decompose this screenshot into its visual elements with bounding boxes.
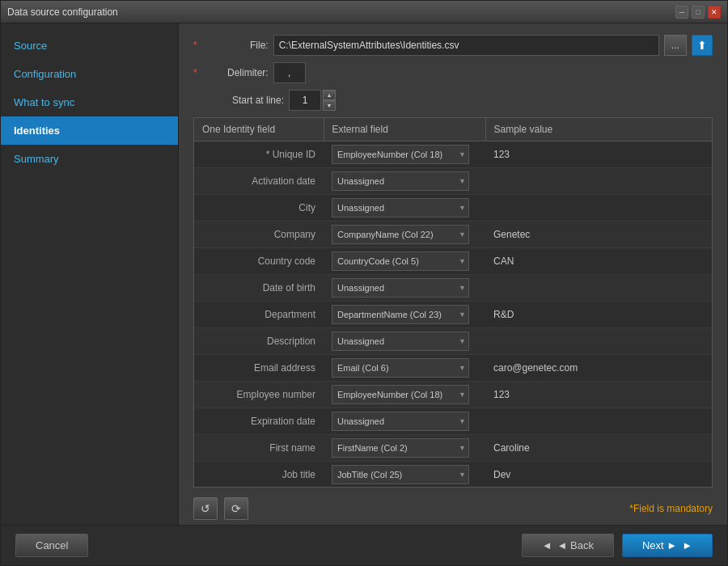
footer-right: ◄ ◄ Back Next ► ► (522, 534, 713, 557)
table-row: Country codeCountryCode (Col 5)▼CAN (194, 248, 712, 275)
spinner-up-button[interactable]: ▲ (323, 90, 336, 100)
file-input[interactable] (273, 35, 659, 56)
table-row: DepartmentDepartmentName (Col 23)▼R&D (194, 302, 712, 328)
delimiter-row: * Delimiter: (193, 62, 713, 83)
col-external: External field (324, 118, 485, 142)
bottom-bar: ↺ ⟳ *Field is mandatory (193, 492, 713, 525)
sample-value-cell (485, 275, 712, 302)
field-name-cell: Job title (194, 462, 324, 488)
refresh-button[interactable]: ⟳ (224, 497, 248, 520)
refresh-icon: ⟳ (231, 502, 241, 515)
sidebar-item-configuration[interactable]: Configuration (1, 60, 178, 88)
start-at-line-spinner: ▲ ▼ (289, 90, 336, 111)
sample-value-cell (485, 168, 712, 195)
table-row: Date of birthUnassigned▼ (194, 275, 712, 302)
sidebar: Source Configuration What to sync Identi… (1, 23, 179, 525)
external-field-select[interactable]: JobTitle (Col 25) (332, 465, 469, 484)
external-field-select[interactable]: CountryCode (Col 5) (332, 251, 469, 271)
browse-button[interactable]: ... (664, 35, 687, 56)
table-row: Expiration dateUnassigned▼ (194, 408, 712, 435)
back-icon: ◄ (542, 539, 552, 551)
back-button[interactable]: ◄ ◄ Back (522, 534, 614, 557)
table-row: DescriptionUnassigned▼ (194, 328, 712, 355)
field-name-cell: Date of birth (194, 275, 324, 302)
external-field-cell: Unassigned▼ (324, 195, 485, 222)
external-field-cell: CountryCode (Col 5)▼ (324, 248, 485, 275)
field-name-cell: Country code (194, 248, 324, 275)
upload-button[interactable]: ⬆ (692, 35, 713, 56)
sample-value-cell (485, 408, 712, 435)
content-area: Source Configuration What to sync Identi… (1, 23, 727, 525)
file-label: File: (204, 40, 269, 51)
main-window: Data source configuration ─ □ ✕ Source C… (0, 0, 728, 566)
table-header-row: One Identity field External field Sample… (194, 118, 712, 142)
sample-value-cell: R&D (485, 302, 712, 328)
col-sample: Sample value (485, 118, 712, 142)
external-field-select[interactable]: Unassigned (332, 198, 469, 218)
external-field-select[interactable]: EmployeeNumber (Col 18) (332, 385, 469, 404)
field-name-cell: City (194, 195, 324, 222)
table-row: Email addressEmail (Col 6)▼caro@genetec.… (194, 355, 712, 382)
table-row: CityUnassigned▼ (194, 195, 712, 222)
sidebar-item-identities[interactable]: Identities (1, 116, 178, 145)
external-field-select[interactable]: EmployeeNumber (Col 18) (332, 145, 469, 164)
sample-value-cell: Caroline (485, 435, 712, 462)
field-mapping-table-container[interactable]: One Identity field External field Sample… (193, 117, 713, 488)
table-row: CompanyCompanyName (Col 22)▼Genetec (194, 222, 712, 248)
table-row: * Unique IDEmployeeNumber (Col 18)▼123 (194, 142, 712, 168)
external-field-cell: Unassigned▼ (324, 328, 485, 355)
spinner-down-button[interactable]: ▼ (323, 100, 336, 111)
mandatory-note: *Field is mandatory (255, 503, 713, 514)
external-field-select[interactable]: Unassigned (332, 412, 469, 431)
field-name-cell: Company (194, 222, 324, 248)
external-field-cell: Unassigned▼ (324, 275, 485, 302)
field-name-cell: * Unique ID (194, 142, 324, 168)
external-field-cell: CompanyName (Col 22)▼ (324, 222, 485, 248)
sample-value-cell: Dev (485, 462, 712, 488)
external-field-cell: Unassigned▼ (324, 168, 485, 195)
cancel-button[interactable]: Cancel (15, 534, 88, 557)
start-at-line-input[interactable] (289, 90, 321, 111)
field-name-cell: Activation date (194, 168, 324, 195)
sidebar-item-what-to-sync[interactable]: What to sync (1, 88, 178, 116)
external-field-select[interactable]: CompanyName (Col 22) (332, 225, 469, 244)
file-required-star: * (193, 40, 197, 51)
sidebar-item-summary[interactable]: Summary (1, 145, 178, 173)
external-field-select[interactable]: Unassigned (332, 332, 469, 351)
start-at-line-row: Start at line: ▲ ▼ (193, 90, 713, 111)
field-name-cell: Description (194, 328, 324, 355)
delimiter-input[interactable] (273, 62, 306, 83)
table-row: Activation dateUnassigned▼ (194, 168, 712, 195)
table-row: First nameFirstName (Col 2)▼Caroline (194, 435, 712, 462)
close-button[interactable]: ✕ (708, 6, 721, 19)
main-panel: * File: ... ⬆ * Delimiter: Start at line… (179, 23, 727, 525)
table-row: Job titleJobTitle (Col 25)▼Dev (194, 462, 712, 488)
field-name-cell: Department (194, 302, 324, 328)
minimize-button[interactable]: ─ (675, 6, 688, 19)
field-name-cell: Email address (194, 355, 324, 382)
maximize-button[interactable]: □ (692, 6, 705, 19)
field-name-cell: Employee number (194, 382, 324, 408)
external-field-select[interactable]: Unassigned (332, 278, 469, 298)
sample-value-cell: 123 (485, 382, 712, 408)
field-mapping-table: One Identity field External field Sample… (194, 118, 712, 488)
next-button[interactable]: Next ► ► (622, 534, 713, 557)
delimiter-label: Delimiter: (204, 67, 269, 78)
external-field-cell: Unassigned▼ (324, 408, 485, 435)
sample-value-cell: CAN (485, 248, 712, 275)
external-field-select[interactable]: Email (Col 6) (332, 358, 469, 378)
sample-value-cell: Genetec (485, 222, 712, 248)
file-row: * File: ... ⬆ (193, 35, 713, 56)
external-field-cell: EmployeeNumber (Col 18)▼ (324, 382, 485, 408)
sidebar-item-source[interactable]: Source (1, 32, 178, 60)
sample-value-cell (485, 328, 712, 355)
start-at-line-label: Start at line: (205, 95, 284, 106)
footer: Cancel ◄ ◄ Back Next ► ► (1, 525, 727, 565)
sample-value-cell: caro@genetec.com (485, 355, 712, 382)
reset-button[interactable]: ↺ (193, 497, 218, 520)
external-field-select[interactable]: Unassigned (332, 171, 469, 191)
external-field-cell: EmployeeNumber (Col 18)▼ (324, 142, 485, 168)
external-field-select[interactable]: FirstName (Col 2) (332, 438, 469, 458)
external-field-select[interactable]: DepartmentName (Col 23) (332, 305, 469, 324)
external-field-cell: FirstName (Col 2)▼ (324, 435, 485, 462)
